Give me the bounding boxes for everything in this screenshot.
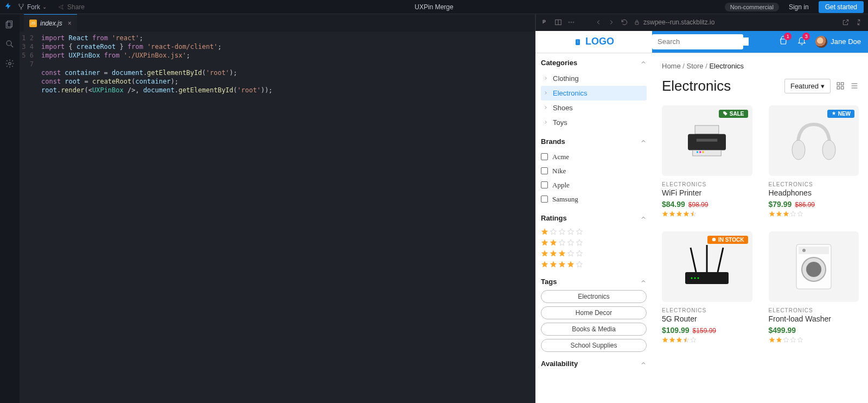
sale-badge: SALE bbox=[719, 110, 748, 118]
product-rating bbox=[662, 211, 752, 217]
new-badge: NEW bbox=[827, 110, 854, 118]
tag-books[interactable]: Books & Media bbox=[541, 323, 647, 336]
share-label: Share bbox=[67, 3, 85, 11]
product-rating bbox=[662, 337, 752, 343]
product-rating bbox=[769, 211, 859, 217]
product-card[interactable]: ELECTRONICS Front-load Washer $499.99 bbox=[769, 231, 859, 343]
svg-point-1 bbox=[22, 4, 23, 5]
breadcrumb: Home / Store / Electronics bbox=[662, 62, 859, 70]
category-clothing[interactable]: Clothing bbox=[541, 71, 647, 86]
grid-view-icon[interactable] bbox=[836, 81, 845, 90]
svg-point-29 bbox=[712, 238, 716, 242]
chevron-up-icon bbox=[640, 278, 647, 285]
svg-rect-17 bbox=[841, 83, 844, 85]
settings-icon[interactable] bbox=[5, 59, 15, 68]
svg-rect-21 bbox=[688, 134, 726, 150]
url-text[interactable]: zswpee--run.stackblitz.io bbox=[643, 18, 714, 26]
search-icon[interactable] bbox=[5, 39, 15, 49]
file-tab[interactable]: JS index.js × bbox=[24, 14, 77, 32]
sign-in-button[interactable]: Sign in bbox=[783, 2, 814, 12]
prettier-icon[interactable]: P bbox=[541, 18, 549, 26]
availability-header[interactable]: Availability bbox=[541, 360, 647, 368]
brand-apple[interactable]: Apple bbox=[541, 178, 647, 192]
chevron-down-icon[interactable]: ⌄ bbox=[42, 4, 47, 10]
svg-rect-20 bbox=[695, 125, 719, 134]
svg-rect-19 bbox=[841, 86, 844, 89]
svg-rect-22 bbox=[693, 150, 722, 156]
svg-point-39 bbox=[802, 249, 806, 252]
product-rating bbox=[769, 337, 859, 343]
tag-electronics[interactable]: Electronics bbox=[541, 290, 647, 303]
search-input[interactable] bbox=[658, 37, 749, 46]
page-title: Electronics bbox=[662, 78, 731, 95]
collapse-icon[interactable] bbox=[855, 18, 863, 26]
svg-point-28 bbox=[822, 140, 835, 160]
line-numbers: 1 2 3 4 5 6 7 bbox=[20, 34, 41, 403]
router-image bbox=[680, 242, 734, 291]
svg-rect-16 bbox=[837, 83, 840, 85]
svg-rect-18 bbox=[837, 86, 840, 89]
chevron-up-icon bbox=[640, 215, 647, 221]
code-editor[interactable]: 1 2 3 4 5 6 7 import React from 'react';… bbox=[20, 32, 535, 403]
crumb-store[interactable]: Store bbox=[687, 62, 704, 70]
svg-point-0 bbox=[18, 4, 20, 5]
user-menu[interactable]: Jane Doe bbox=[815, 36, 861, 48]
category-shoes[interactable]: Shoes bbox=[541, 100, 647, 115]
tag-school[interactable]: School Supplies bbox=[541, 339, 647, 352]
svg-point-24 bbox=[697, 151, 699, 153]
user-name: Jane Doe bbox=[831, 37, 861, 46]
svg-point-34 bbox=[691, 277, 693, 279]
brands-header[interactable]: Brands bbox=[541, 137, 647, 146]
license-badge: Non-commercial bbox=[725, 3, 779, 11]
product-card[interactable]: IN STOCK ELECTRONICS 5G Router $109.99$1… bbox=[662, 231, 752, 343]
get-started-button[interactable]: Get started bbox=[819, 1, 864, 13]
product-card[interactable]: NEW ELECTRONICS Headphones $79.99$86.99 bbox=[769, 105, 859, 217]
rating-filter-4[interactable] bbox=[541, 259, 647, 270]
split-icon[interactable] bbox=[554, 18, 562, 26]
notifications-button[interactable]: 3 bbox=[797, 36, 807, 48]
rating-filter-2[interactable] bbox=[541, 237, 647, 248]
svg-point-25 bbox=[699, 151, 701, 153]
sort-button[interactable]: Featured ▾ bbox=[784, 79, 831, 93]
printer-image bbox=[682, 122, 731, 160]
files-icon[interactable] bbox=[5, 20, 15, 29]
forward-icon[interactable] bbox=[608, 18, 615, 26]
cart-button[interactable]: 1 bbox=[778, 36, 788, 48]
brand-acme[interactable]: Acme bbox=[541, 150, 647, 164]
svg-point-2 bbox=[21, 8, 22, 9]
tags-header[interactable]: Tags bbox=[541, 278, 647, 286]
instock-badge: IN STOCK bbox=[707, 236, 748, 244]
svg-line-32 bbox=[718, 248, 723, 272]
svg-point-11 bbox=[573, 22, 574, 23]
svg-point-36 bbox=[698, 277, 699, 279]
share-button[interactable]: Share bbox=[58, 3, 85, 11]
svg-rect-23 bbox=[697, 138, 718, 141]
crumb-current: Electronics bbox=[709, 62, 744, 70]
back-icon[interactable] bbox=[595, 18, 602, 26]
category-toys[interactable]: Toys bbox=[541, 115, 647, 130]
category-electronics[interactable]: Electronics bbox=[541, 86, 647, 100]
rating-filter-1[interactable] bbox=[541, 226, 647, 237]
notif-count: 3 bbox=[802, 33, 810, 40]
brand-samsung[interactable]: Samsung bbox=[541, 192, 647, 206]
crumb-home[interactable]: Home bbox=[662, 62, 681, 70]
cart-count: 1 bbox=[784, 33, 792, 40]
rating-filter-3[interactable] bbox=[541, 248, 647, 259]
search-field[interactable] bbox=[652, 34, 743, 49]
brand-nike[interactable]: Nike bbox=[541, 164, 647, 178]
ratings-header[interactable]: Ratings bbox=[541, 214, 647, 222]
svg-point-9 bbox=[569, 22, 570, 23]
svg-point-27 bbox=[792, 140, 805, 160]
fork-button[interactable]: Fork ⌄ bbox=[17, 3, 47, 11]
list-view-icon[interactable] bbox=[850, 81, 859, 90]
logo-icon[interactable] bbox=[4, 2, 12, 12]
shop-logo[interactable]: LOGO bbox=[535, 31, 652, 53]
categories-header[interactable]: Categories bbox=[541, 59, 647, 67]
product-card[interactable]: SALE ELECTRONICS WiFi Printer $84.99$98.… bbox=[662, 105, 752, 217]
more-icon[interactable] bbox=[567, 18, 575, 26]
reload-icon[interactable] bbox=[621, 18, 628, 26]
open-new-icon[interactable] bbox=[842, 18, 850, 26]
tag-home-decor[interactable]: Home Decor bbox=[541, 306, 647, 319]
svg-point-6 bbox=[9, 62, 11, 65]
close-icon[interactable]: × bbox=[68, 20, 72, 27]
